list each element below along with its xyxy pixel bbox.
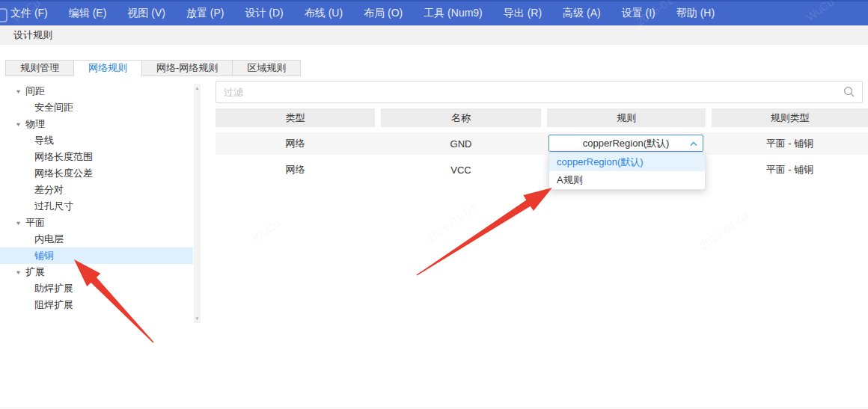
column-header-rule-type: 规则类型 bbox=[712, 108, 868, 127]
menu-bar: 文件 (F) 编辑 (E) 视图 (V) 放置 (P) 设计 (D) 布线 (U… bbox=[0, 0, 868, 25]
rule-tree: ▼ 间距 安全间距 ▼ 物理 导线 网络长度范围 网络长度公差 差分对 过孔尺寸… bbox=[0, 83, 193, 313]
cell-type: 网络 bbox=[216, 159, 375, 181]
tree-item-net-length-tolerance[interactable]: 网络长度公差 bbox=[0, 165, 193, 182]
caret-down-icon[interactable]: ▼ bbox=[15, 121, 24, 128]
tree-label: 过孔尺寸 bbox=[34, 200, 73, 213]
tree-label: 助焊扩展 bbox=[34, 282, 73, 295]
tree-label: 导线 bbox=[34, 134, 54, 147]
table-row: 网络 VCC 平面 - 铺铜 bbox=[216, 159, 868, 181]
menu-item-design[interactable]: 设计 (D) bbox=[234, 7, 293, 20]
menu-item-place[interactable]: 放置 (P) bbox=[176, 7, 235, 20]
filter-box bbox=[216, 81, 863, 103]
tree-label: 平面 bbox=[25, 216, 45, 230]
caret-down-icon[interactable]: ▼ bbox=[15, 88, 24, 95]
app-logo-icon bbox=[0, 8, 7, 22]
tab-region-rules[interactable]: 区域规则 bbox=[232, 60, 301, 76]
watermark: 2026-01-04 bbox=[697, 209, 752, 253]
column-header-name: 名称 bbox=[381, 108, 541, 127]
menu-item-tools[interactable]: 工具 (Num9) bbox=[413, 7, 493, 20]
menu-item-export[interactable]: 导出 (R) bbox=[493, 7, 552, 20]
tree-item-net-length-range[interactable]: 网络长度范围 bbox=[0, 149, 193, 165]
rule-select-value: copperRegion(默认) bbox=[583, 137, 670, 150]
menu-item-route[interactable]: 布线 (U) bbox=[294, 7, 353, 20]
menu-item-file[interactable]: 文件 (F) bbox=[0, 7, 58, 20]
cell-rule-type: 平面 - 铺铜 bbox=[712, 159, 868, 181]
cell-rule-type: 平面 - 铺铜 bbox=[712, 132, 868, 155]
tree-item-safety-clearance[interactable]: 安全间距 bbox=[0, 99, 193, 116]
menu-item-settings[interactable]: 设置 (I) bbox=[611, 7, 666, 20]
table-row: 网络 GND 平面 - 铺铜 bbox=[216, 132, 868, 155]
tree-label: 安全间距 bbox=[34, 101, 73, 114]
rule-dropdown-list: copperRegion(默认) A规则 bbox=[548, 153, 706, 190]
bottom-divider bbox=[0, 408, 868, 408]
rule-tabs: 规则管理 网络规则 网络-网络规则 区域规则 bbox=[6, 60, 301, 76]
option-copperregion-default[interactable]: copperRegion(默认) bbox=[549, 153, 705, 171]
cell-name: GND bbox=[381, 132, 541, 155]
scroll-down-icon[interactable]: ▼ bbox=[195, 314, 200, 323]
tab-net-rules[interactable]: 网络规则 bbox=[73, 60, 142, 76]
tree-group-clearance[interactable]: ▼ 间距 bbox=[0, 83, 193, 99]
menu-item-layout[interactable]: 布局 (O) bbox=[353, 7, 413, 20]
tree-label: 网络长度范围 bbox=[34, 150, 93, 164]
tree-label: 网络长度公差 bbox=[34, 167, 93, 180]
tab-net-net-rules[interactable]: 网络-网络规则 bbox=[141, 60, 233, 76]
tree-item-trace[interactable]: 导线 bbox=[0, 132, 193, 149]
scroll-up-icon[interactable]: ▲ bbox=[195, 84, 200, 93]
tree-label: 扩展 bbox=[25, 265, 45, 279]
filter-input[interactable] bbox=[216, 87, 843, 98]
option-a-rule[interactable]: A规则 bbox=[549, 171, 705, 189]
tree-label: 内电层 bbox=[34, 233, 64, 246]
search-icon bbox=[843, 86, 855, 98]
tree-label: 物理 bbox=[25, 117, 45, 131]
menu-item-edit[interactable]: 编辑 (E) bbox=[58, 7, 117, 20]
tree-label: 铺铜 bbox=[34, 249, 54, 262]
column-header-rule: 规则 bbox=[547, 108, 706, 127]
red-arrow-to-dropdown bbox=[417, 188, 552, 276]
tree-scrollbar[interactable]: ▲ ▼ bbox=[194, 84, 201, 323]
caret-down-icon[interactable]: ▼ bbox=[15, 269, 24, 276]
tree-item-differential-pair[interactable]: 差分对 bbox=[0, 182, 193, 198]
tree-label: 差分对 bbox=[34, 183, 64, 197]
tree-item-solder-mask-expansion[interactable]: 阻焊扩展 bbox=[0, 297, 193, 313]
caret-down-icon[interactable]: ▼ bbox=[15, 220, 24, 227]
cell-type: 网络 bbox=[216, 132, 375, 155]
tab-rule-management[interactable]: 规则管理 bbox=[5, 60, 74, 76]
tree-group-physical[interactable]: ▼ 物理 bbox=[0, 116, 193, 132]
menu-item-advanced[interactable]: 高级 (A) bbox=[552, 7, 611, 20]
tree-item-via-size[interactable]: 过孔尺寸 bbox=[0, 198, 193, 215]
tree-label: 间距 bbox=[25, 84, 45, 98]
menu-item-view[interactable]: 视图 (V) bbox=[117, 7, 176, 20]
rule-select[interactable]: copperRegion(默认) bbox=[548, 135, 703, 152]
watermark: WuCu bbox=[250, 217, 283, 245]
cell-name: VCC bbox=[381, 159, 541, 181]
tree-group-plane[interactable]: ▼ 平面 bbox=[0, 215, 193, 231]
tree-group-extension[interactable]: ▼ 扩展 bbox=[0, 264, 193, 280]
watermark: 2026-01-04 bbox=[424, 202, 479, 245]
tree-item-flux-expansion[interactable]: 助焊扩展 bbox=[0, 280, 193, 297]
column-header-type: 类型 bbox=[216, 108, 375, 127]
menu-item-help[interactable]: 帮助 (H) bbox=[666, 7, 725, 20]
design-rules-window: 文件 (F) 编辑 (E) 视图 (V) 放置 (P) 设计 (D) 布线 (U… bbox=[0, 0, 868, 409]
dialog-title-bar: 设计规则 bbox=[0, 25, 868, 45]
table-header: 类型 名称 规则 规则类型 bbox=[216, 108, 868, 127]
tree-item-inner-layer[interactable]: 内电层 bbox=[0, 231, 193, 247]
chevron-up-icon[interactable] bbox=[690, 141, 697, 147]
tree-label: 阻焊扩展 bbox=[34, 298, 73, 312]
tree-item-copper-pour[interactable]: 铺铜 bbox=[0, 247, 193, 264]
page-title: 设计规则 bbox=[13, 28, 52, 42]
